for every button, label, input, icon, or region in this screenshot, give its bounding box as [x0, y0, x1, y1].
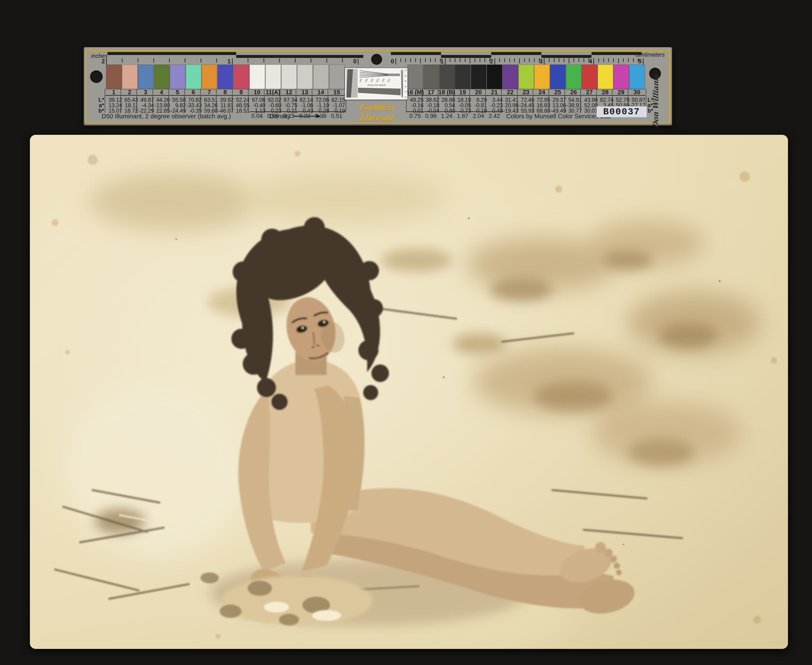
patch-a-value: -38.91	[563, 102, 582, 107]
color-patch-19	[455, 65, 470, 89]
patch-L-value: 31.41	[500, 97, 519, 102]
patch-b-value: -0.35	[183, 108, 202, 113]
inch-tick	[326, 58, 327, 62]
cm-tick	[470, 58, 470, 63]
patch-a-value: -24.45	[516, 102, 534, 107]
column-divider	[280, 95, 280, 113]
color-patch-17	[424, 65, 439, 89]
column-divider	[280, 89, 280, 95]
color-patch-21	[487, 65, 502, 89]
color-patch-5	[170, 65, 185, 89]
patch-L-value: 82.14	[295, 97, 313, 102]
patch-L-value: 72.95	[532, 97, 550, 102]
column-divider	[485, 89, 486, 95]
illuminant-note: D50 Illuminant, 2 degree observer (batch…	[102, 113, 231, 120]
color-patch-9	[234, 65, 249, 89]
patch-L-value: 8.29	[468, 97, 487, 102]
color-patch-15	[329, 65, 345, 89]
patch-b-value: -49.49	[548, 108, 566, 113]
density-rule	[250, 111, 345, 112]
patch-a-value: 11.81	[215, 102, 234, 107]
patch-L-value: 97.06	[247, 97, 265, 102]
patch-b-value: 0.28	[311, 108, 329, 113]
column-divider	[485, 95, 486, 113]
cm-tick	[455, 58, 455, 62]
column-divider	[105, 95, 105, 113]
color-patch-25	[550, 65, 566, 89]
inch-tick	[264, 58, 264, 62]
column-divider	[296, 95, 296, 113]
patch-b-value: 1.13	[247, 108, 265, 113]
patch-b-value: 0.23	[263, 108, 281, 113]
patch-L-value: 38.62	[421, 97, 439, 102]
patch-a-value: -1.06	[295, 102, 313, 107]
patch-L-value: 52.24	[231, 97, 250, 102]
registration-bar	[391, 52, 441, 55]
inch-tick	[311, 58, 311, 62]
dpi-label: 600	[376, 79, 379, 82]
column-divider	[596, 89, 597, 95]
color-patch-7	[202, 65, 217, 89]
patch-b-value: -46.07	[215, 108, 234, 113]
color-patch-10	[250, 65, 265, 89]
patch-a-value: 20.98	[500, 102, 519, 107]
centimeters-label: centimeters	[629, 52, 665, 58]
column-divider	[264, 89, 264, 95]
column-divider	[152, 95, 153, 113]
color-patch-29	[614, 65, 629, 89]
table-rule	[105, 95, 345, 96]
patch-b-value: 0.73	[452, 108, 471, 113]
cm-tick	[509, 58, 510, 62]
patch-L-value: 18.19	[452, 97, 471, 102]
column-divider	[501, 95, 502, 113]
cm-tick-label: 4	[584, 58, 592, 65]
patch-a-value: 48.55	[231, 102, 250, 107]
mount-hole-left	[90, 70, 103, 83]
column-divider	[232, 95, 232, 113]
column-divider	[296, 89, 296, 95]
color-calibration-ruler: inches centimeters 210012345 139.1213.24…	[83, 47, 672, 126]
column-divider	[121, 95, 121, 113]
cm-tick	[554, 58, 555, 62]
inch-tick	[232, 58, 232, 65]
patch-a-value: 34.26	[199, 102, 218, 107]
column-divider	[646, 89, 646, 95]
inch-tick	[122, 58, 123, 62]
dpi-label: 700	[381, 79, 385, 82]
cm-tick	[613, 58, 614, 62]
color-patch-22	[503, 65, 518, 89]
column-divider	[121, 89, 121, 95]
patch-L-value: 63.51	[199, 97, 218, 102]
color-patch-3	[138, 65, 154, 89]
dpi-caption: dots per inch (optical)	[367, 84, 385, 86]
column-divider	[565, 95, 565, 113]
inch-tick	[154, 58, 154, 62]
patch-L-value: 54.91	[563, 97, 582, 102]
patch-a-value: 18.11	[120, 102, 138, 107]
density-value: 0.51	[326, 113, 348, 119]
patch-number: 15	[327, 89, 346, 95]
patch-b-value: 0.49	[484, 108, 503, 113]
patch-L-value: 92.02	[263, 97, 281, 102]
resolution-target: 300400500600700800 dots per inch (optica…	[345, 68, 408, 100]
row-label-left: L*	[88, 97, 104, 102]
cm-tick	[504, 58, 505, 62]
column-divider	[248, 89, 249, 95]
cm-tick	[460, 58, 460, 62]
patch-L-value: 52.79	[611, 97, 629, 102]
patch-L-value: 70.82	[183, 97, 202, 102]
photograph	[30, 135, 788, 649]
cm-tick	[564, 58, 564, 62]
patch-a-value: -0.05	[452, 102, 471, 107]
row-label-left: a*	[88, 102, 104, 107]
dpi-label: 400	[365, 79, 368, 82]
dpi-label: 500	[370, 79, 374, 82]
inch-tick	[185, 58, 185, 62]
color-patch-11A	[265, 65, 281, 89]
don-williams-signature: Don Williams	[652, 69, 660, 133]
color-patch-2	[122, 65, 138, 89]
column-divider	[328, 89, 328, 95]
column-divider	[216, 89, 216, 95]
cm-tick-label: 3	[534, 58, 543, 65]
inch-tick	[358, 58, 359, 65]
